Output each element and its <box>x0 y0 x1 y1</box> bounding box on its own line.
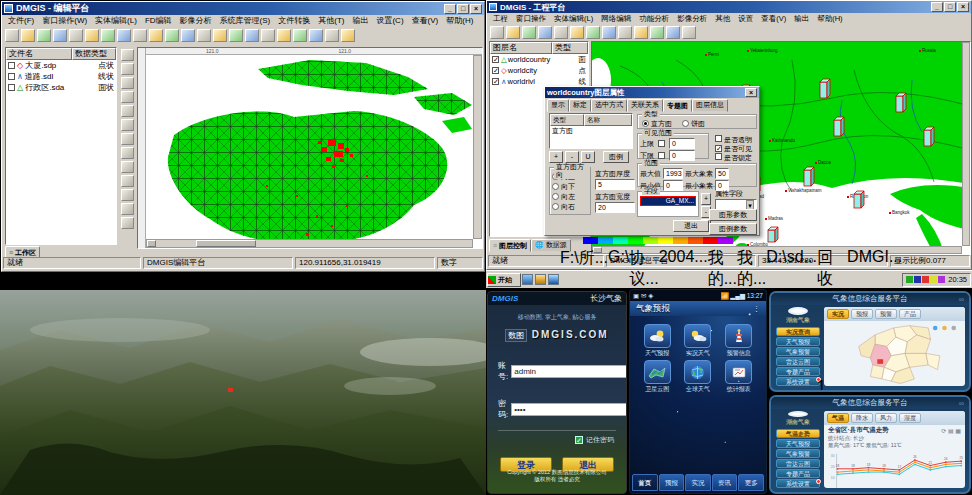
zoom-out-icon[interactable] <box>538 26 552 39</box>
weather-tab-3[interactable]: 资讯 <box>712 474 738 491</box>
remove-theme-button[interactable]: - <box>565 151 579 163</box>
editor-menu-11[interactable]: 帮助(H) <box>442 15 477 27</box>
tray-icon[interactable] <box>906 276 913 283</box>
pan-icon[interactable] <box>181 29 195 42</box>
histogram-bar[interactable] <box>804 167 814 186</box>
weather-tab-4[interactable]: 更多 <box>738 474 764 491</box>
text-icon[interactable] <box>121 147 134 159</box>
layer-checkbox[interactable]: ✓ <box>492 78 499 85</box>
radio-pie[interactable] <box>682 120 689 127</box>
editor-menu-0[interactable]: 文件(F) <box>4 15 38 27</box>
grid-icon[interactable] <box>309 29 323 42</box>
editor-menu-3[interactable]: FD编辑 <box>141 15 176 27</box>
project-menu-2[interactable]: 实体编辑(L) <box>550 13 597 25</box>
select-icon[interactable] <box>506 26 520 39</box>
quicklaunch-ie-icon[interactable] <box>548 274 559 285</box>
layer-row[interactable]: ✓△worldcountry面 <box>490 54 588 65</box>
layer-checkbox[interactable] <box>8 62 15 69</box>
radio-left[interactable] <box>552 193 559 200</box>
layer-row[interactable]: ◇大厦.sdp点状 <box>6 60 116 71</box>
cut-icon[interactable] <box>69 29 83 42</box>
close-button[interactable]: × <box>957 2 969 12</box>
print-icon[interactable] <box>277 29 291 42</box>
tab-layer-control[interactable]: ≡ 图层控制 <box>489 239 531 252</box>
help-icon[interactable] <box>341 29 355 42</box>
minimize-button[interactable]: _ <box>444 4 456 14</box>
edit-vertex-icon[interactable] <box>229 29 243 42</box>
zoom-in-icon[interactable] <box>149 29 163 42</box>
upper-checkbox[interactable] <box>658 140 665 147</box>
lower-input[interactable]: 0 <box>669 150 695 161</box>
close-icon[interactable]: × <box>745 88 757 97</box>
project-menu-6[interactable]: 其他 <box>711 13 734 25</box>
project-menu-1[interactable]: 窗口操作 <box>512 13 550 25</box>
sidebar-item-0[interactable]: 实况查询 <box>776 327 820 336</box>
sidebar-item-5[interactable]: 系统设置 <box>776 479 820 488</box>
sidebar-item-1[interactable]: 天气预报 <box>776 337 820 346</box>
maximize-button[interactable]: □ <box>457 4 469 14</box>
line-icon[interactable] <box>121 77 134 89</box>
app-live-weather[interactable]: 实况天气 <box>679 324 718 358</box>
editor-map-view[interactable]: 121.0121.0 <box>137 47 483 249</box>
layer-row[interactable]: ✓◇worldcity点 <box>490 65 588 76</box>
editor-titlebar[interactable]: DMGIS - 编辑平台 _□× <box>2 2 484 15</box>
app-forecast[interactable]: 天气预报 <box>638 324 677 358</box>
node-edit-icon[interactable] <box>121 161 134 173</box>
theme-row[interactable]: 直方图 <box>550 126 632 135</box>
zoom-rect-icon[interactable] <box>554 26 568 39</box>
field-listbox[interactable]: 字段 GA_MX... <box>637 191 699 217</box>
layer-checkbox[interactable] <box>8 73 15 80</box>
copy-icon[interactable] <box>85 29 99 42</box>
toolbar-tab-0[interactable]: 气温 <box>827 413 849 423</box>
dialog-tab-5[interactable]: 图层信息 <box>692 99 728 112</box>
legend-params-button[interactable]: 图例参数 <box>709 223 757 235</box>
pan-icon[interactable] <box>570 26 584 39</box>
layer-row[interactable]: ∧道路.sdl线状 <box>6 71 116 82</box>
circle-icon[interactable] <box>121 133 134 145</box>
project-menu-9[interactable]: 输出 <box>790 13 813 25</box>
save-all-icon[interactable] <box>53 29 67 42</box>
add-theme-button[interactable]: + <box>549 151 563 163</box>
full-extent-icon[interactable] <box>197 29 211 42</box>
app-titlebar[interactable]: 气象信息综合服务平台▫▫ <box>771 293 969 305</box>
project-menu-4[interactable]: 功能分析 <box>635 13 673 25</box>
project-menu-3[interactable]: 网络编辑 <box>597 13 635 25</box>
identify-icon[interactable] <box>602 26 616 39</box>
column-name[interactable]: 名称 <box>584 114 632 126</box>
scale-icon[interactable] <box>121 203 134 215</box>
thickness-input[interactable]: 5 <box>595 179 635 190</box>
toolbar-tab-3[interactable]: 产品 <box>899 309 921 319</box>
column-layername[interactable]: 图层名 <box>490 42 552 54</box>
app-satellite[interactable]: 卫星云图 <box>638 360 677 394</box>
taskbar-clock[interactable]: 20:35 <box>948 275 967 284</box>
measure-icon[interactable] <box>325 29 339 42</box>
editor-menu-5[interactable]: 系统库管理(S) <box>216 15 275 27</box>
sidebar-item-5[interactable]: 系统设置 <box>776 377 820 386</box>
toolbar-tab-1[interactable]: 预报 <box>851 309 873 319</box>
toolbar-tab-3[interactable]: 湿度 <box>899 413 921 423</box>
column-type[interactable]: 类型 <box>552 42 588 54</box>
app-report[interactable]: 统计报表 <box>719 360 758 394</box>
close-button[interactable]: × <box>470 4 482 14</box>
select-icon[interactable] <box>213 29 227 42</box>
select-icon[interactable] <box>121 49 134 61</box>
app-titlebar[interactable]: 气象信息综合服务平台▫▫ <box>771 397 969 409</box>
toolbar-tab-2[interactable]: 预警 <box>875 309 897 319</box>
update-theme-button[interactable]: U <box>581 151 595 163</box>
hand-icon[interactable] <box>634 26 648 39</box>
map-vscrollbar[interactable] <box>473 55 482 239</box>
project-menu-7[interactable]: 设置 <box>734 13 757 25</box>
max-input[interactable]: 1993 <box>663 168 683 179</box>
save-icon[interactable] <box>37 29 51 42</box>
sidebar-item-2[interactable]: 气象预警 <box>776 347 820 356</box>
column-filename[interactable]: 文件名 <box>6 48 72 60</box>
app-warning[interactable]: 预警信息 <box>719 324 758 358</box>
sidebar-item-3[interactable]: 雷达云图 <box>776 459 820 468</box>
hunan-district-map[interactable] <box>824 321 965 386</box>
lower-checkbox[interactable] <box>658 152 665 159</box>
theme-list[interactable]: 类型名称 直方图 <box>549 113 633 149</box>
zoom-out-icon[interactable] <box>165 29 179 42</box>
dialog-tab-1[interactable]: 标定 <box>569 99 591 112</box>
account-input[interactable] <box>511 365 627 378</box>
editor-menu-9[interactable]: 设置(C) <box>372 15 407 27</box>
